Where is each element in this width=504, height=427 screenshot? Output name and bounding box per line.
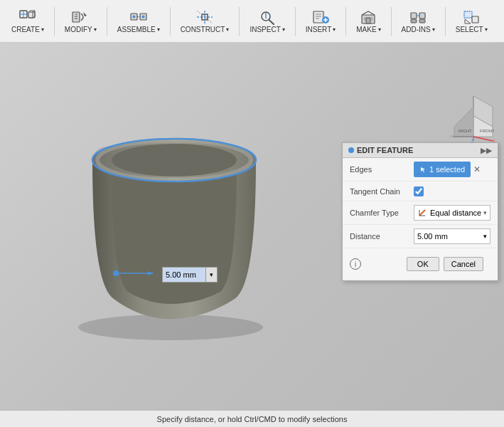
svg-text:FRONT: FRONT <box>480 129 495 133</box>
distance-label: Distance <box>350 232 414 241</box>
construct-label: CONSTRUCT▾ <box>181 26 230 33</box>
assemble-label: ASSEMBLE▾ <box>117 26 160 33</box>
create-icon <box>18 9 38 26</box>
status-text: Specify distance, or hold Ctrl/CMD to mo… <box>157 415 348 423</box>
toolbar-assemble-btn[interactable]: ASSEMBLE▾ <box>112 6 166 36</box>
svg-rect-22 <box>313 11 323 23</box>
svg-rect-35 <box>411 19 417 23</box>
dimension-value-input[interactable]: 5.00 mm <box>163 268 205 282</box>
insert-label: INSERT▾ <box>306 26 336 33</box>
select-label: SELECT▾ <box>456 26 488 33</box>
info-icon[interactable]: i <box>350 258 361 270</box>
panel-buttons: OK Cancel <box>400 253 490 275</box>
svg-line-63 <box>473 137 493 141</box>
sep3 <box>170 7 171 36</box>
sep1 <box>54 7 55 36</box>
toolbar: CREATE▾ MODIFY▾ <box>0 0 504 43</box>
sep2 <box>107 7 107 36</box>
sep5 <box>295 7 296 36</box>
ok-button[interactable]: OK <box>407 257 439 271</box>
tangent-chain-control <box>414 186 490 196</box>
svg-rect-30 <box>366 18 370 23</box>
assemble-icon <box>129 9 149 26</box>
panel-expand-btn[interactable]: ▶▶ <box>481 147 492 154</box>
svg-point-13 <box>141 16 144 19</box>
sep4 <box>239 7 240 36</box>
svg-point-12 <box>132 16 135 19</box>
insert-icon <box>311 9 331 26</box>
panel-chamfer-type-row: Chamfer Type Equal distance ▾ <box>343 201 498 225</box>
sep7 <box>391 7 392 36</box>
distance-dropdown[interactable]: 5.00 mm ▾ <box>414 228 490 244</box>
svg-rect-38 <box>472 16 478 23</box>
toolbar-inspect-btn[interactable]: INSPECT▾ <box>244 6 290 36</box>
chamfer-type-label: Chamfer Type <box>350 209 414 217</box>
addins-label: ADD-INS▾ <box>402 26 435 33</box>
construct-icon <box>195 9 215 26</box>
distance-dropdown-arrow: ▾ <box>483 233 487 240</box>
chamfer-type-control: Equal distance ▾ <box>414 205 490 221</box>
panel-header: EDIT FEATURE ▶▶ <box>343 143 498 158</box>
svg-rect-36 <box>419 19 425 23</box>
edges-clear-btn[interactable]: ✕ <box>471 164 483 174</box>
cursor-icon <box>419 166 427 173</box>
chamfer-type-dropdown[interactable]: Equal distance ▾ <box>414 205 490 221</box>
panel-distance-row: Distance 5.00 mm ▾ <box>343 225 498 248</box>
toolbar-modify-btn[interactable]: MODIFY▾ <box>59 6 102 36</box>
panel-title: EDIT FEATURE <box>357 146 413 154</box>
svg-text:Y: Y <box>450 135 453 139</box>
toolbar-create-btn[interactable]: CREATE▾ <box>6 6 50 36</box>
distance-control: 5.00 mm ▾ <box>414 228 490 244</box>
tangent-chain-label: Tangent Chain <box>350 187 414 196</box>
addins-icon <box>408 9 428 26</box>
toolbar-select-btn[interactable]: SELECT▾ <box>450 6 493 36</box>
edit-feature-panel: EDIT FEATURE ▶▶ Edges 1 selected ✕ Tange… <box>342 142 498 281</box>
modify-icon <box>70 9 90 26</box>
dimension-dropdown-arrow[interactable]: ▾ <box>205 268 217 282</box>
svg-rect-33 <box>411 13 417 19</box>
measurement-arrow <box>110 266 160 283</box>
sep6 <box>345 7 346 36</box>
chamfer-icon <box>417 208 427 218</box>
dimension-input-box[interactable]: 5.00 mm ▾ <box>162 267 218 283</box>
svg-line-39 <box>465 19 471 23</box>
view-cube[interactable]: FRONT RIGHT Z Y X <box>449 93 498 142</box>
cancel-button[interactable]: Cancel <box>444 257 483 271</box>
svg-point-55 <box>113 270 119 276</box>
create-label: CREATE▾ <box>11 26 44 33</box>
select-icon <box>461 9 481 26</box>
svg-rect-6 <box>73 12 80 22</box>
panel-info-row: i OK Cancel <box>343 248 498 280</box>
inspect-icon <box>257 9 277 26</box>
make-label: MAKE▾ <box>356 26 380 33</box>
svg-text:RIGHT: RIGHT <box>459 129 472 133</box>
svg-line-19 <box>269 20 274 24</box>
status-bar: Specify distance, or hold Ctrl/CMD to mo… <box>0 410 504 427</box>
svg-point-51 <box>112 144 237 176</box>
panel-info-dot <box>348 147 354 153</box>
3d-object <box>43 78 313 349</box>
viewport: 5.00 mm ▾ FRONT RIGHT Z Y X <box>0 43 504 427</box>
panel-header-left: EDIT FEATURE <box>348 146 413 154</box>
make-icon <box>358 9 378 26</box>
modify-label: MODIFY▾ <box>65 26 97 33</box>
inspect-label: INSPECT▾ <box>250 26 284 33</box>
svg-rect-37 <box>464 11 472 18</box>
toolbar-make-btn[interactable]: MAKE▾ <box>350 6 386 36</box>
tangent-chain-checkbox[interactable] <box>414 186 424 196</box>
svg-point-21 <box>265 13 267 14</box>
sep8 <box>445 7 446 36</box>
panel-edges-row: Edges 1 selected ✕ <box>343 158 498 181</box>
toolbar-addins-btn[interactable]: ADD-INS▾ <box>396 6 441 36</box>
toolbar-construct-btn[interactable]: CONSTRUCT▾ <box>175 6 235 36</box>
svg-rect-34 <box>419 13 425 19</box>
edges-control: 1 selected ✕ <box>414 162 490 177</box>
chamfer-dropdown-arrow: ▾ <box>483 209 487 216</box>
toolbar-insert-btn[interactable]: INSERT▾ <box>300 6 342 36</box>
panel-tangent-row: Tangent Chain <box>343 181 498 201</box>
edges-select-btn[interactable]: 1 selected <box>414 162 471 177</box>
edges-label: Edges <box>350 165 414 174</box>
